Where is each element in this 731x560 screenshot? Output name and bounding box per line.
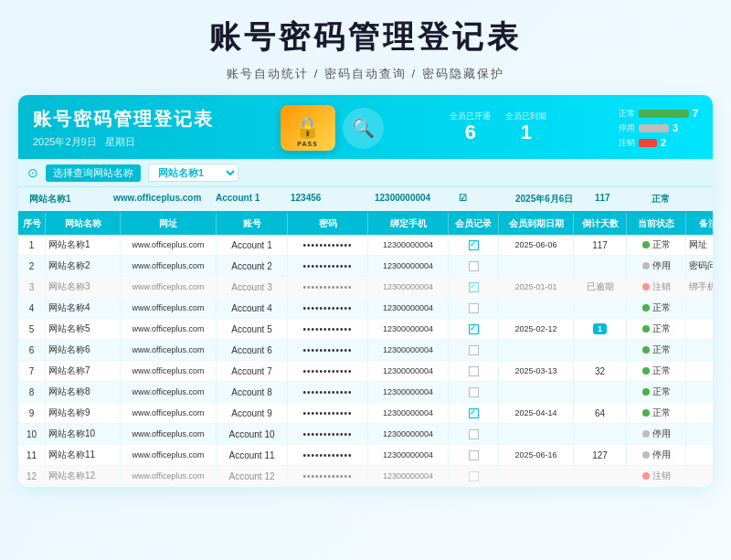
cell-expire [499,340,574,360]
cell-days: 1 [574,319,627,339]
days-badge: 1 [593,323,607,334]
cell-note: 绑手机 [686,277,713,297]
normal-bar-stat: 正常 7 [613,108,698,120]
status-text: 正常 [652,407,671,419]
cell-url: www.officeplus.com [121,298,217,318]
cell-expire: 2025-03-13 [499,361,574,381]
cell-status: 正常 [627,340,686,360]
cell-expire: 2025-02-12 [499,319,574,339]
status-text: 停用 [652,259,671,272]
cell-phone: 12300000004 [368,298,449,318]
table-row: 4 网站名称4 www.officeplus.com Account 4 •••… [18,298,713,319]
data-table: 1 网站名称1 www.officeplus.com Account 1 •••… [18,235,713,487]
stop-bar [639,124,669,132]
search-label: 选择查询网站名称 [46,164,141,182]
table-row: 8 网站名称8 www.officeplus.com Account 8 •••… [18,382,713,403]
cell-member [449,319,499,339]
cell-days [574,382,627,402]
cell-days [574,298,627,318]
status-dot [642,367,650,375]
status-text: 正常 [652,365,671,377]
cell-member [449,340,499,360]
cell-id: 3 [18,277,46,297]
table-row: 11 网站名称11 www.officeplus.com Account 11 … [18,445,713,466]
cell-expire: 2025-01-01 [499,277,574,297]
highlight-days: 117 [591,191,646,207]
member-checkbox-checked [469,282,479,292]
cell-status: 正常 [627,319,686,339]
site-search-dropdown[interactable]: 网站名称1 [148,164,238,182]
table-row: 12 网站名称12 www.officeplus.com Account 12 … [18,466,713,487]
cell-password: •••••••••••• [288,466,368,486]
cell-site: 网站名称11 [46,445,121,465]
days-value: 64 [595,408,605,418]
member-checkbox-checked [469,240,479,250]
cell-member [449,445,499,465]
cell-status: 正常 [627,298,686,318]
cancel-value: 2 [661,137,666,148]
cell-days: 64 [574,403,627,423]
cell-password: •••••••••••• [288,445,368,465]
status-dot [642,304,650,312]
cell-expire: 2025-04-14 [499,403,574,423]
cell-site: 网站名称1 [46,235,121,255]
cell-phone: 12300000004 [368,424,449,444]
days-value: 32 [595,366,605,376]
cell-phone: 12300000004 [368,340,449,360]
table-row: 1 网站名称1 www.officeplus.com Account 1 •••… [18,235,713,256]
cell-note [686,466,713,486]
cell-id: 9 [18,403,46,423]
status-dot [642,472,650,480]
cell-id: 6 [18,340,46,360]
cell-status: 停用 [627,445,686,465]
cell-note [686,445,713,465]
highlight-password: 123456 [287,191,369,207]
member-checkbox-empty [469,429,479,439]
table-row: 6 网站名称6 www.officeplus.com Account 6 •••… [18,340,713,361]
stop-bar-stat: 停用 3 [613,122,698,134]
col-header-id: 序号 [18,213,46,235]
status-dot [642,346,650,354]
cell-password: •••••••••••• [288,319,368,339]
status-dot [642,283,650,291]
col-header-url: 网址 [121,213,217,235]
table-row: 2 网站名称2 www.officeplus.com Account 2 •••… [18,256,713,277]
status-dot [642,325,650,333]
cell-member [449,235,499,255]
status-dot [642,388,650,396]
status-dot [642,241,650,248]
cell-site: 网站名称2 [46,256,121,276]
cell-expire [499,466,574,486]
page-background: 账号密码管理登记表 账号自动统计 / 密码自动查询 / 密码隐藏保护 账号密码管… [0,0,731,560]
cell-account: Account 8 [217,382,288,402]
cell-note [686,382,713,402]
col-header-member: 会员记录 [449,213,499,235]
cell-id: 2 [18,256,46,276]
cell-account: Account 10 [217,424,288,444]
cell-member [449,361,499,381]
cell-member [449,403,499,423]
days-value: 已逾期 [587,280,614,293]
status-dot [642,451,650,459]
search-magnify-icon: 🔍 [343,108,384,149]
cell-password: •••••••••••• [288,340,368,360]
member-checkbox-checked [469,408,479,418]
col-header-password: 密码 [288,213,368,235]
cell-expire: 2025-06-06 [499,235,574,255]
member-checkbox-empty [469,303,479,313]
status-dot [642,262,650,269]
status-text: 正常 [652,343,671,356]
header-stats-section: 全员已开通 6 全员已到期 1 [450,111,546,145]
cell-account: Account 6 [217,340,288,360]
cell-account: Account 5 [217,319,288,339]
member-checkbox-empty [469,261,479,271]
search-row: ⊙ 选择查询网站名称 网站名称1 [18,159,713,187]
col-header-days: 倒计天数 [574,213,627,235]
cell-password: •••••••••••• [288,235,368,255]
highlight-phone: 12300000004 [371,191,453,207]
cell-site: 网站名称7 [46,361,121,381]
cell-password: •••••••••••• [288,424,368,444]
cell-url: www.officeplus.com [121,403,217,423]
cell-member [449,256,499,276]
cell-days: 117 [574,235,627,255]
